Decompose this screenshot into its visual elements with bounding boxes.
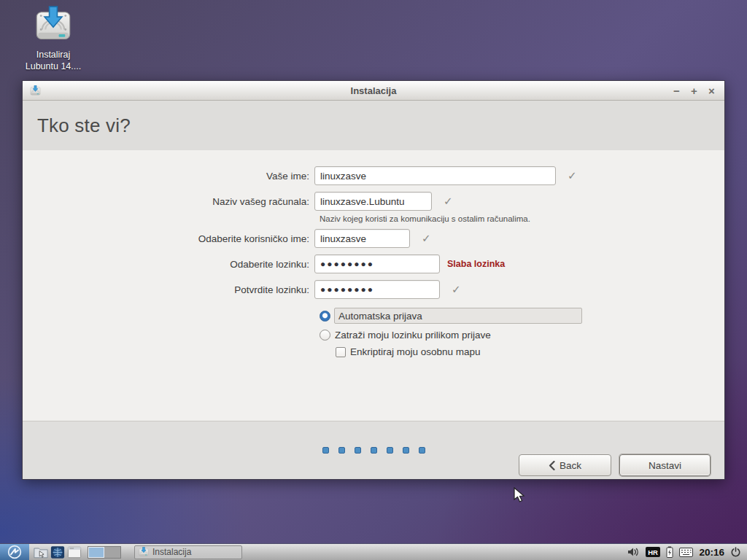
taskbar-window-label: Instalacija	[152, 547, 191, 557]
workspace-1-active[interactable]	[88, 547, 104, 558]
mouse-cursor	[513, 487, 529, 503]
encrypt-home-option[interactable]: Enkriptiraj moju osobnu mapu	[320, 346, 724, 357]
hostname-row: Naziv vašeg računala: linuxzasve.Lubuntu…	[23, 192, 724, 211]
minimize-button[interactable]: −	[671, 85, 682, 96]
confirm-password-row: Potvrdite lozinku: ●●●●●●●● ✓	[23, 280, 724, 299]
keyboard-layout-indicator[interactable]: HR	[646, 547, 661, 557]
file-manager-icon[interactable]	[34, 545, 48, 559]
password-strength-warning: Slaba lozinka	[447, 259, 505, 269]
username-row: Odaberite korisničko ime: linuxzasve ✓	[23, 229, 724, 248]
progress-dot	[419, 447, 425, 454]
page-title: Tko ste vi?	[37, 114, 131, 137]
window-title: Instalacija	[23, 85, 724, 96]
desktop-icon-label: Instaliraj Lubuntu 14....	[13, 50, 93, 72]
require-password-label: Zatraži moju lozinku prilikom prijave	[335, 330, 491, 341]
progress-dot	[371, 447, 377, 454]
continue-button[interactable]: Nastavi	[619, 454, 711, 476]
encrypt-home-label: Enkriptiraj moju osobnu mapu	[350, 346, 481, 357]
web-browser-icon[interactable]	[50, 545, 65, 559]
username-valid-check-icon: ✓	[422, 232, 431, 245]
confirm-password-label: Potvrdite lozinku:	[23, 284, 314, 295]
hostname-hint: Naziv kojeg koristi za komunikaciju s os…	[320, 214, 530, 223]
auto-login-radio[interactable]	[320, 311, 330, 322]
name-row: Vaše ime: linuxzasve ✓	[23, 166, 724, 185]
hostname-label: Naziv vašeg računala:	[23, 196, 314, 207]
auto-login-highlight[interactable]: Automatska prijava	[334, 308, 582, 324]
back-button-label: Back	[560, 460, 581, 471]
taskbar: Instalacija HR 20:16	[0, 543, 747, 560]
titlebar[interactable]: Instalacija − + ×	[23, 81, 724, 101]
confirm-password-input[interactable]: ●●●●●●●●	[314, 280, 440, 299]
continue-button-label: Nastavi	[649, 460, 681, 471]
form-area: Vaše ime: linuxzasve ✓ Naziv vašeg račun…	[23, 150, 724, 421]
installer-drive-icon	[34, 6, 72, 44]
close-button[interactable]: ×	[706, 85, 717, 96]
workspace-pager[interactable]	[88, 546, 121, 559]
password-row: Odaberite lozinku: ●●●●●●●● Slaba lozink…	[23, 254, 724, 273]
auto-login-option[interactable]: Automatska prijava	[320, 308, 724, 324]
progress-dot	[355, 447, 361, 454]
power-button-icon[interactable]	[730, 547, 741, 558]
workspace-2[interactable]	[104, 547, 120, 558]
hostname-input[interactable]: linuxzasve.Lubuntu	[314, 192, 432, 211]
show-desktop-icon[interactable]	[67, 545, 82, 559]
name-valid-check-icon: ✓	[568, 169, 577, 182]
back-button[interactable]: Back	[519, 454, 611, 476]
taskbar-window-button[interactable]: Instalacija	[134, 545, 242, 559]
progress-dot	[322, 447, 329, 454]
keyboard-icon[interactable]	[679, 548, 693, 557]
chevron-left-icon	[549, 461, 555, 470]
installer-drive-icon	[139, 547, 149, 557]
progress-dot	[338, 447, 345, 454]
confirm-valid-check-icon: ✓	[452, 283, 461, 296]
require-password-radio[interactable]	[320, 330, 330, 341]
auto-login-label: Automatska prijava	[338, 311, 422, 322]
clock[interactable]: 20:16	[699, 547, 724, 558]
password-label: Odaberite lozinku:	[23, 259, 314, 270]
hostname-valid-check-icon: ✓	[444, 195, 453, 208]
require-password-option[interactable]: Zatraži moju lozinku prilikom prijave	[320, 330, 724, 341]
username-input[interactable]: linuxzasve	[314, 229, 410, 248]
volume-icon[interactable]	[627, 547, 640, 557]
start-menu-button[interactable]	[0, 544, 29, 560]
name-input[interactable]: linuxzasve	[314, 166, 556, 185]
progress-dot	[387, 447, 393, 454]
password-input[interactable]: ●●●●●●●●	[314, 254, 440, 273]
lubuntu-logo-icon	[7, 545, 22, 559]
maximize-button[interactable]: +	[689, 85, 700, 96]
encrypt-home-checkbox[interactable]	[336, 347, 346, 357]
installer-window: Instalacija − + × Tko ste vi? Vaše ime: …	[22, 80, 725, 480]
system-tray: HR 20:16	[627, 546, 747, 558]
battery-icon[interactable]	[666, 546, 673, 558]
name-label: Vaše ime:	[23, 171, 314, 182]
progress-dot	[403, 447, 409, 454]
username-label: Odaberite korisničko ime:	[23, 233, 314, 244]
hostname-hint-row: Naziv kojeg koristi za komunikaciju s os…	[23, 214, 724, 223]
desktop-installer-shortcut[interactable]: Instaliraj Lubuntu 14....	[13, 6, 93, 72]
page-header: Tko ste vi?	[23, 101, 724, 150]
